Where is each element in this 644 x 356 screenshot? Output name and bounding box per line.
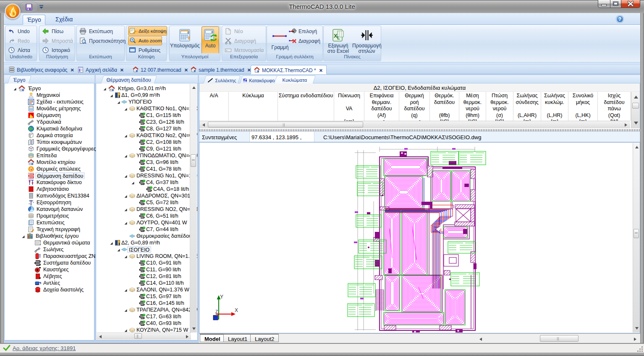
- svg-text:Z: Z: [215, 309, 218, 314]
- svg-text:0: 0: [211, 31, 213, 34]
- svg-text:Y: Y: [220, 294, 223, 300]
- svg-text:L: L: [337, 35, 340, 40]
- svg-text:X: X: [235, 307, 238, 313]
- svg-text:x: x: [226, 49, 228, 52]
- svg-text:0: 0: [187, 31, 189, 34]
